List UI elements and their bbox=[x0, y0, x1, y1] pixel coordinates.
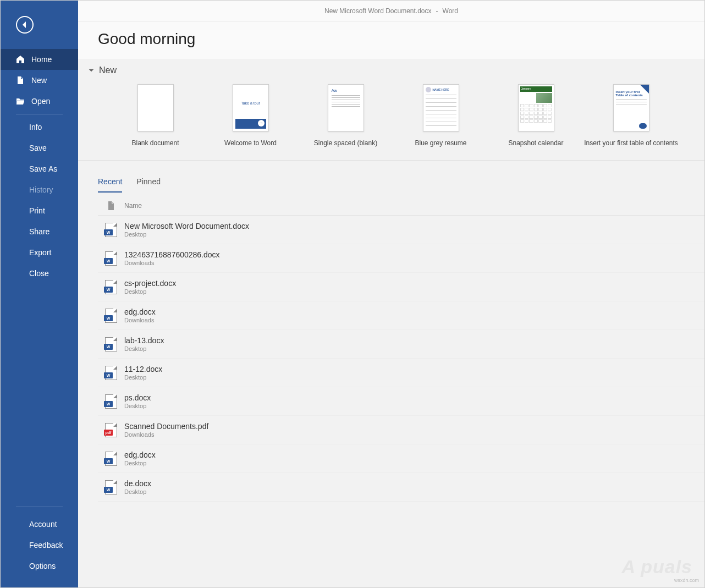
recent-document-row[interactable]: W11-12.docxDesktop bbox=[98, 359, 704, 387]
titlebar-filename: New Microsoft Word Document.docx bbox=[324, 7, 432, 15]
document-icon bbox=[16, 76, 25, 85]
template-label: Single spaced (blank) bbox=[314, 139, 377, 147]
file-name: ps.docx bbox=[124, 393, 151, 402]
file-location: Downloads bbox=[124, 431, 208, 438]
pdf-file-icon: pdf bbox=[105, 423, 117, 437]
chevron-down-icon bbox=[88, 67, 95, 74]
nav-home[interactable]: Home bbox=[1, 49, 78, 70]
nav-new-label: New bbox=[31, 76, 47, 85]
template-welcome-to-word[interactable]: Take a tour Welcome to Word bbox=[203, 84, 298, 147]
sidebar-divider bbox=[16, 114, 63, 114]
watermark-logo: A puals bbox=[621, 556, 692, 578]
template-blue-grey-resume[interactable]: NAME HERE Blue grey resume bbox=[393, 84, 488, 147]
nav-new[interactable]: New bbox=[1, 70, 78, 91]
template-label: Snapshot calendar bbox=[508, 139, 563, 147]
file-location: Desktop bbox=[124, 288, 176, 295]
nav-open-label: Open bbox=[31, 97, 50, 106]
new-section-header[interactable]: New bbox=[78, 59, 704, 80]
template-label: Blue grey resume bbox=[415, 139, 466, 147]
nav-share[interactable]: Share bbox=[1, 221, 78, 242]
arrow-circle-icon bbox=[235, 119, 266, 129]
file-name: de.docx bbox=[124, 479, 151, 488]
titlebar-appname: Word bbox=[443, 7, 458, 15]
nav-history: History bbox=[1, 179, 78, 200]
file-location: Desktop bbox=[124, 403, 151, 409]
word-file-icon: W bbox=[105, 337, 117, 351]
nav-open[interactable]: Open bbox=[1, 91, 78, 112]
recent-document-row[interactable]: pdfScanned Documents.pdfDownloads bbox=[98, 416, 704, 444]
recent-document-row[interactable]: Wcs-project.docxDesktop bbox=[98, 273, 704, 301]
watermark-text: wsxdn.com bbox=[674, 578, 699, 583]
folder-open-icon bbox=[16, 97, 25, 106]
home-icon bbox=[16, 55, 25, 64]
file-name: Scanned Documents.pdf bbox=[124, 422, 208, 431]
file-name: 132463716887600286.docx bbox=[124, 250, 220, 259]
list-header: Name bbox=[98, 196, 704, 216]
file-location: Desktop bbox=[124, 345, 164, 352]
word-file-icon: W bbox=[105, 480, 117, 494]
word-file-icon: W bbox=[105, 366, 117, 380]
word-file-icon: W bbox=[105, 251, 117, 266]
file-location: Downloads bbox=[124, 317, 156, 323]
recent-document-row[interactable]: Wedg.docxDownloads bbox=[98, 301, 704, 330]
file-name: New Microsoft Word Document.docx bbox=[124, 222, 249, 230]
template-snapshot-calendar[interactable]: January Snapshot calendar bbox=[488, 84, 583, 147]
word-file-icon: W bbox=[105, 309, 117, 323]
backstage-sidebar: Home New Open Info Save Save As History … bbox=[1, 1, 78, 587]
recent-tabs: Recent Pinned bbox=[78, 177, 704, 193]
nav-account[interactable]: Account bbox=[1, 514, 78, 535]
file-name: 11-12.docx bbox=[124, 365, 162, 373]
template-label: Welcome to Word bbox=[224, 139, 277, 147]
nav-feedback[interactable]: Feedback bbox=[1, 535, 78, 556]
word-file-icon: W bbox=[105, 223, 117, 237]
template-table-of-contents[interactable]: Insert your first Table of contents Inse… bbox=[583, 84, 679, 147]
template-thumb: Aa bbox=[328, 84, 364, 131]
back-arrow-icon bbox=[16, 16, 34, 34]
template-thumb: NAME HERE bbox=[423, 84, 459, 131]
back-button[interactable] bbox=[1, 1, 78, 49]
template-thumb: Insert your first Table of contents bbox=[613, 84, 649, 131]
file-name: lab-13.docx bbox=[124, 336, 164, 345]
template-label: Blank document bbox=[131, 139, 179, 147]
template-blank-document[interactable]: Blank document bbox=[108, 84, 203, 147]
nav-info[interactable]: Info bbox=[1, 117, 78, 138]
recent-document-row[interactable]: Wde.docxDesktop bbox=[98, 473, 704, 502]
file-name: cs-project.docx bbox=[124, 279, 176, 288]
nav-save[interactable]: Save bbox=[1, 138, 78, 158]
tab-pinned[interactable]: Pinned bbox=[136, 177, 161, 193]
recent-document-row[interactable]: W132463716887600286.docxDownloads bbox=[98, 244, 704, 273]
template-thumb: January bbox=[518, 84, 554, 131]
tab-recent[interactable]: Recent bbox=[98, 177, 122, 193]
file-location: Desktop bbox=[124, 488, 151, 495]
recent-document-row[interactable]: WNew Microsoft Word Document.docxDesktop bbox=[98, 216, 704, 244]
sidebar-divider-bottom bbox=[16, 507, 63, 507]
template-single-spaced[interactable]: Aa Single spaced (blank) bbox=[298, 84, 393, 147]
column-name: Name bbox=[124, 202, 142, 210]
template-thumb: Take a tour bbox=[233, 84, 269, 131]
file-location: Desktop bbox=[124, 374, 162, 381]
nav-save-as[interactable]: Save As bbox=[1, 158, 78, 179]
template-thumb bbox=[137, 84, 174, 131]
template-gallery: Blank document Take a tour Welcome to Wo… bbox=[78, 80, 704, 161]
nav-print[interactable]: Print bbox=[1, 200, 78, 221]
nav-options[interactable]: Options bbox=[1, 556, 78, 576]
recent-document-row[interactable]: Wedg.docxDesktop bbox=[98, 444, 704, 473]
word-file-icon: W bbox=[105, 394, 117, 409]
file-name: edg.docx bbox=[124, 307, 156, 316]
file-location: Desktop bbox=[124, 460, 156, 466]
titlebar: New Microsoft Word Document.docx - Word bbox=[78, 1, 704, 21]
new-section-title: New bbox=[99, 65, 117, 75]
titlebar-separator: - bbox=[436, 7, 438, 15]
nav-export[interactable]: Export bbox=[1, 242, 78, 263]
word-file-icon: W bbox=[105, 280, 117, 294]
greeting: Good morning bbox=[78, 21, 704, 59]
document-icon bbox=[107, 201, 115, 210]
recent-document-row[interactable]: Wlab-13.docxDesktop bbox=[98, 330, 704, 359]
recent-document-row[interactable]: Wps.docxDesktop bbox=[98, 387, 704, 416]
word-file-icon: W bbox=[105, 452, 117, 466]
recent-list: Name WNew Microsoft Word Document.docxDe… bbox=[78, 196, 704, 502]
nav-close[interactable]: Close bbox=[1, 263, 78, 284]
file-name: edg.docx bbox=[124, 450, 156, 459]
file-location: Desktop bbox=[124, 231, 249, 238]
template-label: Insert your first table of contents bbox=[584, 139, 678, 147]
